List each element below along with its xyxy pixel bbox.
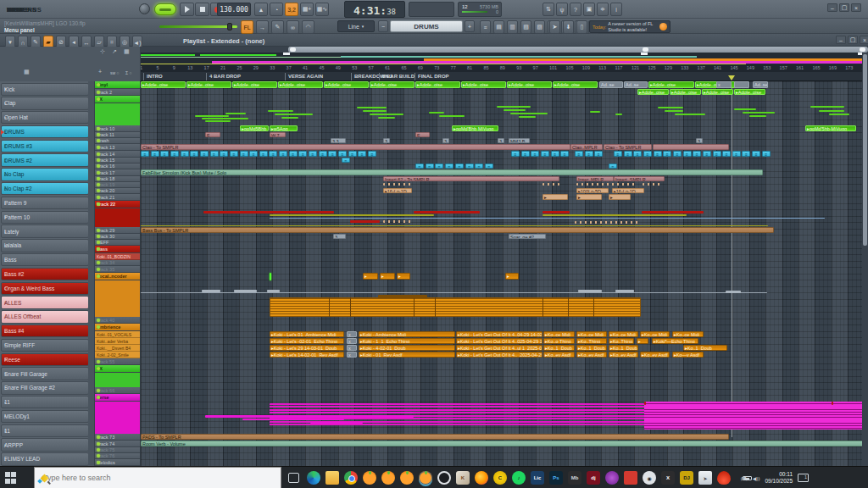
clip[interactable] [281,117,298,119]
clip[interactable] [658,107,683,108]
track-header-track-21[interactable]: Track 21 [95,194,141,201]
taskbar-icon-pointer-app[interactable]: ➤ [698,471,712,485]
clip[interactable] [575,221,639,224]
playlist-minimap[interactable] [141,53,868,64]
clip-drum-pattern[interactable]: ≡ [455,164,464,169]
stop-button[interactable] [195,3,209,16]
taskbar-icon-fl-license[interactable]: Lic [531,471,544,485]
pattern-picker-scrollbar[interactable] [88,81,94,466]
clip[interactable]: 3 [442,138,449,143]
track-enable-led[interactable] [97,171,100,175]
magic-hat-button[interactable]: ◠ [302,20,314,34]
pattern-item-11[interactable]: ≡11 [1,424,89,437]
track-enable-led[interactable] [97,127,100,130]
marker-strip[interactable]: INTRO4 BAR DROPVERSE AGAINBREAKDOWN 28 B… [141,72,868,81]
clip-or[interactable]: ▸Ko..ce Midi [576,331,607,337]
pattern-item-bass-2[interactable]: ≡Bass #2 [1,268,89,280]
clip[interactable] [141,225,768,226]
track-header-track-73[interactable]: Track 73 [95,434,141,441]
clip[interactable] [542,183,559,186]
clip-drum-pattern[interactable]: ≡ [713,151,721,157]
clip-drum-pattern[interactable]: ≡ [269,151,277,157]
track-enable-led[interactable] [97,91,100,94]
clip-drum-pattern[interactable]: ≡ [585,151,593,157]
track-enable-led[interactable] [97,241,100,244]
track-enable-led[interactable] [97,389,100,392]
clip-drum-pattern[interactable]: ≡ [249,151,258,157]
clip-g[interactable]: ▸Adole..oise [415,81,460,88]
clip-drum-pattern[interactable]: ≡ [435,164,443,169]
timeline-marker[interactable]: 8 BAR BUILD [379,73,415,80]
pattern-item-organ-weird-bass[interactable]: ≡Organ & Weird Bass [1,282,89,295]
clip-or[interactable]: ▸Koki - 4-02-01_Doub [359,345,455,351]
clip-drum-pattern[interactable]: ≡ [358,151,366,157]
clip-drum-pattern[interactable]: ≡ [328,151,337,157]
clip-or[interactable]: ▸Koki - Let's 29 14-03-01_Doub [270,345,344,351]
clip-g[interactable]: ▸Adole..oise [141,81,186,88]
clip-aum[interactable]: F.. [205,132,220,137]
track-sub-koki-01-bodzin[interactable]: Koki..01_BODZIN [95,253,141,260]
clip-tan[interactable]: ▸100Lo-5D.. [576,188,609,193]
taskbar-icon-chrome[interactable] [344,471,358,485]
clip[interactable] [268,110,293,112]
track-enable-led[interactable] [97,435,100,439]
play-button[interactable] [180,3,194,16]
track-header-track-30[interactable]: Track 30 [95,234,141,240]
clip[interactable] [234,290,257,292]
typing-keyboard-button[interactable]: ▦+ [300,3,314,16]
overdub-button[interactable]: ▦∿ [315,3,329,16]
clip[interactable] [542,211,570,214]
clip[interactable] [414,297,415,317]
clip[interactable] [270,273,271,280]
clip-or[interactable]: ▸Ko..1_Doub [683,345,727,351]
taskbar-icon-krita[interactable]: K [456,471,470,485]
clip-drum-pattern[interactable]: ≡ [426,164,434,169]
download-button[interactable]: ⬇ [563,20,574,34]
clip-drum-pattern[interactable]: ≡ [368,151,376,157]
sum-control[interactable]: Σ ○ [125,70,132,75]
clip-drum-pattern[interactable]: ≡ [415,164,424,169]
clip[interactable] [202,290,220,292]
clip-or[interactable]: ▸Ko..Thing [576,338,607,344]
clip-drum-pattern[interactable]: ≡ [703,151,711,157]
track-header-track-19[interactable]: Track 19 [95,182,141,188]
clip[interactable] [504,109,526,111]
pattern-item-alles[interactable]: ≡ALLES [1,296,89,308]
clip-or[interactable]: ▸Koki - Ambience Midi [359,331,455,337]
taskbar-search[interactable] [34,467,281,488]
clip-or[interactable]: ▸Koki - 01_Rev Asdf [359,352,455,358]
track-enable-led[interactable] [97,158,100,162]
clip-drum-pattern[interactable]: ≡ [742,151,750,157]
clip[interactable] [542,214,687,216]
track-enable-led[interactable] [97,164,100,168]
track-sub-koki-dsvert-b4[interactable]: Koki..__Dsvert B4 [95,345,141,352]
pattern-item-no-clap[interactable]: ≡No Clap [1,168,89,180]
clip[interactable] [270,214,434,216]
scale-tool-icon[interactable]: ⊹ [100,48,105,55]
track-sub-koki-ader-verba[interactable]: Koki..ader Verba [95,338,141,345]
clip-drum-pattern[interactable]: ≡ [465,164,474,169]
clip-drum-pattern[interactable]: ≡ [181,151,189,157]
speaker-icon[interactable]: ◀)) [753,475,760,481]
clip[interactable] [329,297,330,317]
track-enable-led[interactable] [97,202,100,206]
clip-drum-pattern[interactable]: ≡ [575,151,583,157]
clip-drum-pattern[interactable]: ≡ [141,151,149,157]
track-enable-led[interactable] [97,319,100,322]
track-header-track-34[interactable]: Track 34 [95,260,141,266]
taskbar-clock[interactable]: 00:11 09/10/2025 [765,471,793,485]
track-enable-led[interactable] [97,442,100,446]
clip-or[interactable]: ▸Koki - Let's 01_Ambience Midi [270,331,344,337]
clip[interactable] [357,107,387,108]
track-enable-led[interactable] [97,235,100,238]
clip-g[interactable]: ▸Adole..oise [734,89,765,95]
track-enable-led[interactable] [97,274,100,278]
clip-drum-pattern[interactable]: ≡ [752,151,760,157]
maximize-button[interactable]: ▢ [839,3,849,12]
clip-g[interactable]: ▸Adole..oise [186,81,231,88]
pattern-item-snare-fill-garage-2[interactable]: ≡Snare Fill Garage #2 [1,381,89,394]
minimize-button[interactable]: – [827,3,837,12]
taskbar-icon-fl-studio-active[interactable] [419,471,432,485]
clip[interactable]: ▸ [609,194,631,200]
clip-drum-pattern[interactable]: ≡ [230,151,238,157]
